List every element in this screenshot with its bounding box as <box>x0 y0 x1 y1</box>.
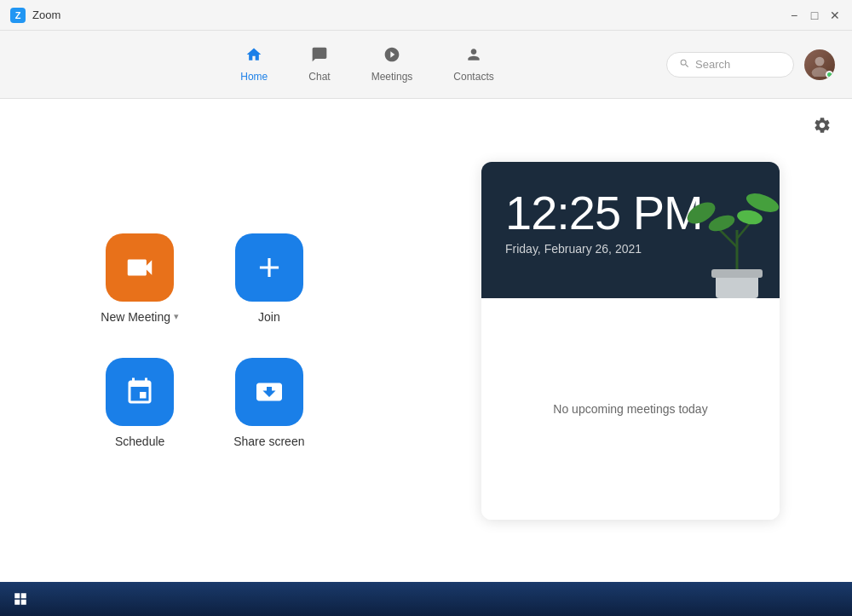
search-box[interactable]: Search <box>666 52 794 78</box>
online-status-dot <box>826 71 833 78</box>
calendar-header: 12:25 PM Friday, February 26, 2021 <box>481 162 780 298</box>
join-button[interactable] <box>235 233 303 302</box>
main-content: New Meeting ▾ Join Schedule <box>0 99 852 582</box>
left-panel: New Meeting ▾ Join Schedule <box>0 99 409 582</box>
join-label: Join <box>258 310 280 324</box>
dropdown-arrow-icon: ▾ <box>174 311 179 322</box>
svg-rect-3 <box>711 269 763 278</box>
meetings-tab-label: Meetings <box>371 71 413 83</box>
join-action[interactable]: Join <box>230 233 308 324</box>
search-placeholder: Search <box>695 58 730 71</box>
minimize-button[interactable]: − <box>787 9 801 22</box>
maximize-button[interactable]: □ <box>808 9 821 22</box>
share-screen-button[interactable] <box>235 358 303 426</box>
schedule-label: Schedule <box>115 435 164 448</box>
plant-decoration <box>686 187 780 298</box>
new-meeting-button[interactable] <box>106 233 174 302</box>
close-button[interactable]: ✕ <box>828 9 842 22</box>
home-tab-label: Home <box>240 71 268 83</box>
new-meeting-action[interactable]: New Meeting ▾ <box>101 233 179 324</box>
tab-meetings[interactable]: Meetings <box>354 39 430 89</box>
tab-contacts[interactable]: Contacts <box>436 39 510 89</box>
title-bar: Z Zoom − □ ✕ <box>0 0 852 31</box>
chat-icon <box>311 46 328 67</box>
share-screen-label: Share screen <box>233 435 304 448</box>
app-logo: Z <box>10 8 26 23</box>
home-icon <box>245 46 262 67</box>
action-grid: New Meeting ▾ Join Schedule <box>101 233 308 448</box>
start-button[interactable] <box>7 585 34 613</box>
calendar-card: 12:25 PM Friday, February 26, 2021 <box>481 162 780 520</box>
nav-tabs: Home Chat Meetings Contacts <box>68 39 666 89</box>
tab-home[interactable]: Home <box>223 39 285 89</box>
tab-chat[interactable]: Chat <box>291 39 347 89</box>
no-meetings-text: No upcoming meetings today <box>553 402 707 416</box>
window-controls: − □ ✕ <box>787 9 842 22</box>
nav-bar: Home Chat Meetings Contacts Search <box>0 31 852 99</box>
contacts-tab-label: Contacts <box>453 71 493 83</box>
app-title: Zoom <box>32 9 787 21</box>
new-meeting-label: New Meeting ▾ <box>101 310 179 324</box>
share-screen-action[interactable]: Share screen <box>230 358 308 448</box>
taskbar <box>0 582 852 616</box>
calendar-body: No upcoming meetings today <box>481 298 780 520</box>
nav-right: Search <box>666 49 835 80</box>
chat-tab-label: Chat <box>308 71 330 83</box>
schedule-button[interactable] <box>106 358 174 426</box>
search-icon <box>679 58 690 72</box>
right-panel: 12:25 PM Friday, February 26, 2021 <box>409 99 852 582</box>
schedule-action[interactable]: Schedule <box>101 358 179 448</box>
settings-button[interactable] <box>809 112 835 142</box>
svg-point-10 <box>736 208 763 226</box>
avatar[interactable] <box>804 49 835 80</box>
meetings-icon <box>383 46 400 67</box>
svg-point-0 <box>815 56 825 66</box>
contacts-icon <box>465 46 482 67</box>
